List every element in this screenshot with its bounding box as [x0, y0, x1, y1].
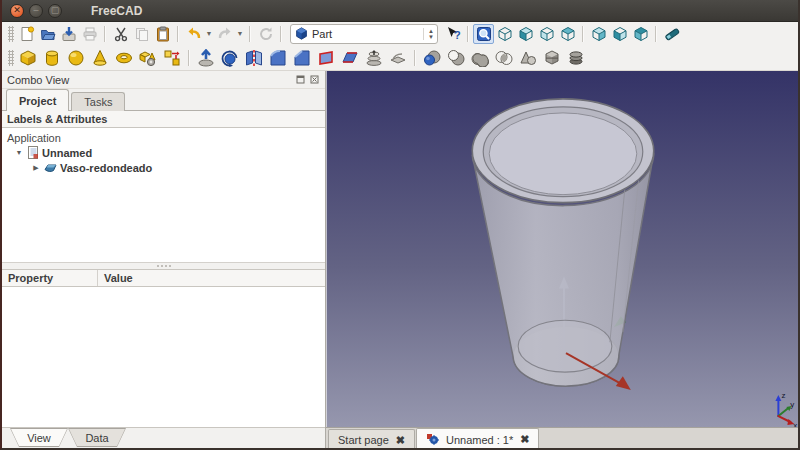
dock-float-button[interactable] [295, 74, 306, 85]
boolean-cut-button[interactable] [444, 46, 468, 69]
paste-button[interactable] [152, 24, 173, 44]
redo-icon [217, 26, 233, 42]
undo-dropdown-button[interactable]: ▼ [204, 24, 214, 44]
start-page-tab-label: Start page [338, 434, 389, 446]
part-shape-icon [44, 162, 57, 174]
loft-icon [365, 49, 383, 67]
document-icon [27, 146, 39, 159]
revolve-button[interactable] [218, 46, 242, 69]
sphere-icon [67, 49, 85, 67]
fillet-button[interactable] [266, 46, 290, 69]
whats-this-button[interactable]: ? [442, 24, 463, 44]
tab-start-page[interactable]: Start page ✖ [328, 429, 415, 450]
tab-project[interactable]: Project [6, 89, 69, 111]
front-view-cube-icon [539, 26, 555, 42]
measure-distance-button[interactable] [661, 24, 682, 44]
torus-primitive-button[interactable] [112, 46, 136, 69]
tab-unnamed-document[interactable]: Unnamed : 1* ✖ [416, 428, 539, 450]
unnamed-tab-label: Unnamed : 1* [446, 434, 513, 446]
save-file-button[interactable] [58, 24, 79, 44]
toolbar-separator [188, 50, 190, 66]
refresh-button[interactable] [255, 24, 276, 44]
boolean-intersection-button[interactable] [492, 46, 516, 69]
window-minimize-button[interactable]: – [29, 4, 43, 18]
expander-open-icon[interactable]: ▼ [14, 149, 24, 156]
tree-item-part[interactable]: ▶ Vaso-redondeado [7, 160, 325, 175]
union-icon [471, 49, 489, 67]
expander-closed-icon[interactable]: ▶ [31, 164, 41, 172]
loft-button[interactable] [362, 46, 386, 69]
cylinder-primitive-button[interactable] [40, 46, 64, 69]
redo-button[interactable] [214, 24, 235, 44]
extrude-button[interactable] [194, 46, 218, 69]
chamfer-button[interactable] [290, 46, 314, 69]
toolbar-grip[interactable] [8, 26, 14, 42]
left-view-cube-icon [612, 26, 628, 42]
cone-primitive-button[interactable] [88, 46, 112, 69]
rear-view-button[interactable] [588, 24, 609, 44]
workbench-spinner[interactable]: ▲▼ [423, 28, 434, 40]
close-tab-icon[interactable]: ✖ [396, 435, 405, 446]
cut-button[interactable] [110, 24, 131, 44]
top-view-button[interactable] [557, 24, 578, 44]
fillet-icon [269, 49, 287, 67]
title-bar: ✕ – ▢ FreeCAD [2, 0, 798, 22]
redo-dropdown-button[interactable]: ▼ [235, 24, 245, 44]
refresh-icon [258, 26, 274, 42]
window-maximize-button[interactable]: ▢ [48, 4, 62, 18]
tree-root-label: Application [7, 132, 61, 144]
tree-item-application[interactable]: Application [7, 130, 325, 145]
y-axis-label: y [790, 400, 794, 409]
boolean-operation-button[interactable] [420, 46, 444, 69]
compound-button[interactable] [564, 46, 588, 69]
undo-button[interactable] [183, 24, 204, 44]
new-file-button[interactable] [16, 24, 37, 44]
tab-view[interactable]: View [10, 428, 68, 447]
cross-sections-button[interactable] [540, 46, 564, 69]
extrude-icon [197, 49, 215, 67]
document-tab-bar: Start page ✖ Unnamed : 1* ✖ [326, 427, 800, 450]
boolean-union-button[interactable] [468, 46, 492, 69]
ruled-surface-button[interactable] [338, 46, 362, 69]
mirror-button[interactable] [242, 46, 266, 69]
sphere-primitive-button[interactable] [64, 46, 88, 69]
view-data-tabbar: View Data [2, 428, 325, 450]
dock-close-button[interactable] [309, 74, 320, 85]
close-tab-icon[interactable]: ✖ [520, 434, 529, 445]
property-table-body[interactable] [2, 287, 325, 428]
shape-builder-button[interactable] [160, 46, 184, 69]
value-column-header[interactable]: Value [98, 270, 325, 286]
copy-button[interactable] [131, 24, 152, 44]
left-view-button[interactable] [609, 24, 630, 44]
combo-view-title: Combo View [7, 74, 69, 86]
part-workbench-icon [295, 27, 308, 40]
window-close-button[interactable]: ✕ [10, 4, 24, 18]
workbench-selector[interactable]: Part ▲▼ [290, 24, 438, 44]
draw-style-button[interactable] [494, 24, 515, 44]
property-column-header[interactable]: Property [2, 270, 98, 286]
print-button[interactable] [79, 24, 100, 44]
panel-splitter[interactable] [2, 263, 325, 270]
box-primitive-button[interactable] [16, 46, 40, 69]
tree-item-document[interactable]: ▼ Unnamed [7, 145, 325, 160]
tab-tasks[interactable]: Tasks [71, 92, 125, 111]
create-primitives-button[interactable] [136, 46, 160, 69]
fit-all-button[interactable] [473, 24, 494, 44]
section-button[interactable] [516, 46, 540, 69]
combo-view-tabs: Project Tasks [2, 89, 325, 111]
top-view-cube-icon [560, 26, 576, 42]
toolbar-separator [249, 26, 251, 42]
new-file-icon [19, 26, 35, 42]
toolbar-grip[interactable] [8, 50, 14, 66]
right-view-button[interactable] [630, 24, 651, 44]
tab-data[interactable]: Data [68, 428, 126, 447]
3d-viewport[interactable]: z y x [326, 71, 800, 427]
axonometric-view-button[interactable] [515, 24, 536, 44]
front-view-button[interactable] [536, 24, 557, 44]
labels-attributes-header: Labels & Attributes [2, 111, 325, 128]
make-face-button[interactable] [314, 46, 338, 69]
sweep-button[interactable] [386, 46, 410, 69]
right-view-cube-icon [633, 26, 649, 42]
open-file-button[interactable] [37, 24, 58, 44]
toolbar-separator [104, 26, 106, 42]
